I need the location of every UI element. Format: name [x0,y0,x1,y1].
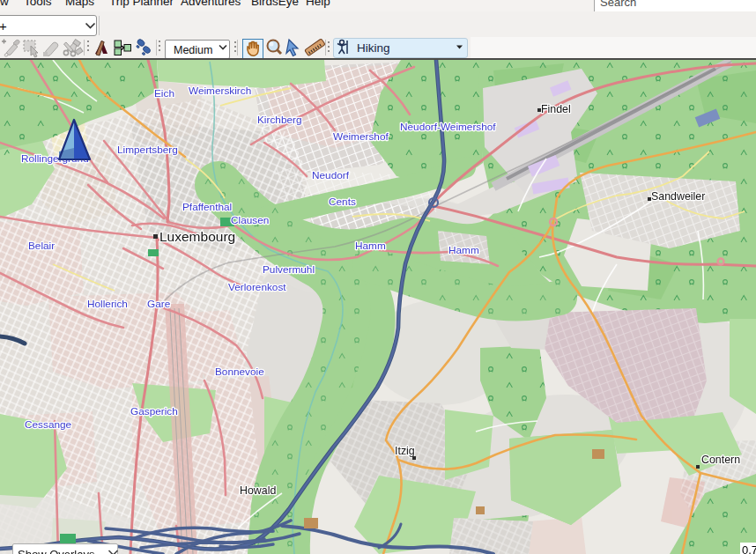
svg-text:Weimershof: Weimershof [333,130,389,143]
svg-text:Contern: Contern [701,454,740,466]
svg-text:Cents: Cents [329,196,356,208]
svg-text:Pulvermuhl: Pulvermuhl [263,263,315,276]
svg-text:Weimerskirch: Weimerskirch [189,85,251,97]
svg-text:Cessange: Cessange [25,418,72,431]
svg-text:Pfaffenthal: Pfaffenthal [182,201,232,213]
svg-text:Bonnevoie: Bonnevoie [215,366,264,378]
svg-text:Eich: Eich [154,87,174,100]
svg-text:Hamm: Hamm [448,244,479,256]
svg-text:Belair: Belair [28,240,55,252]
svg-text:Kirchberg: Kirchberg [257,114,302,126]
svg-text:Howald: Howald [240,484,276,497]
svg-text:Itzig: Itzig [395,445,415,457]
svg-text:Clausen: Clausen [231,214,269,226]
svg-text:Neudorf: Neudorf [312,169,350,181]
svg-text:Verlorenkost: Verlorenkost [228,281,286,293]
svg-text:Limpertsberg: Limpertsberg [117,144,178,156]
svg-text:Sandweiler: Sandweiler [651,190,705,203]
svg-text:Gasperich: Gasperich [130,405,178,417]
svg-text:Neudorf-Weimershof: Neudorf-Weimershof [400,121,496,133]
svg-text:Hollerich: Hollerich [87,298,128,310]
svg-text:Hamm: Hamm [355,240,386,252]
svg-text:Findel: Findel [541,103,571,115]
svg-text:Gare: Gare [147,298,171,310]
svg-text:Luxembourg: Luxembourg [159,229,235,244]
